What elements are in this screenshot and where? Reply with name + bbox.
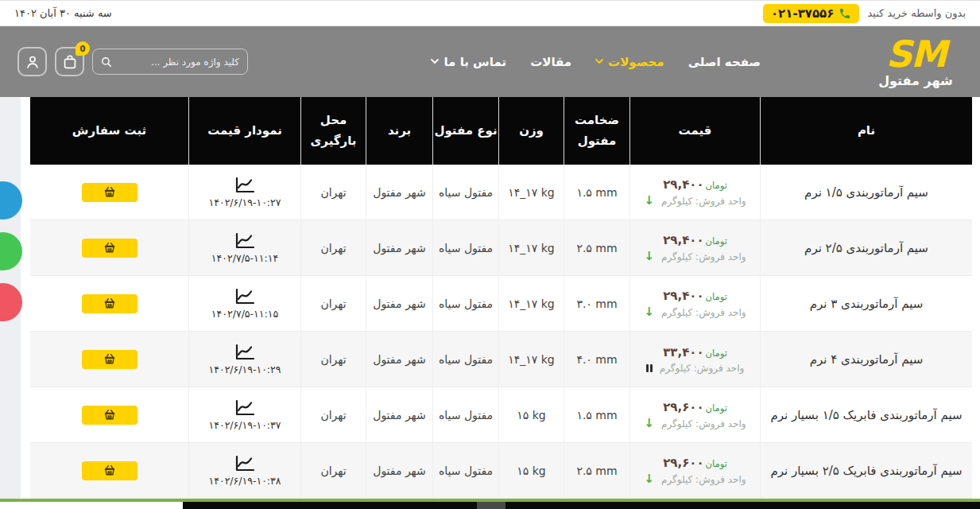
table-row: سیم آرماتوربندی فابریک ۲/۵ بسیار نرم ۲۹,… [30,443,972,499]
line-chart-icon [234,455,256,472]
currency-label: تومان [706,458,727,469]
col-header-chart: نمودار قیمت [188,97,300,165]
col-header-order: ثبت سفارش [30,97,188,165]
chart-update-date: ۱۴۰۲/۶/۱۹-۱۰:۲۹ [209,363,281,375]
price-chart-link[interactable]: ۱۴۰۲/۶/۱۹-۱۰:۲۹ [209,344,281,375]
user-icon [24,53,41,71]
chart-update-date: ۱۴۰۲/۷/۵-۱۱:۱۴ [211,252,278,264]
price-unchanged-icon [646,364,653,372]
basket-icon [103,353,116,365]
weight-cell: ۱۴_۱۷ kg [498,165,564,220]
wire-type-cell: مفتول سیاه [432,165,498,220]
nav-contact[interactable]: تماس با ما [431,55,506,69]
price-chart-link[interactable]: ۱۴۰۲/۷/۵-۱۱:۱۵ [211,288,278,320]
thickness-cell: ۲.۵ mm [564,443,629,498]
basket-icon [103,297,116,309]
table-row: سیم آرماتوربندی ۳ نرم ۲۹,۴۰۰ تومان واحد … [30,276,972,332]
wire-type-cell: مفتول سیاه [432,387,498,442]
price-chart-link[interactable]: ۱۴۰۲/۶/۱۹-۱۰:۳۸ [209,455,281,487]
search-icon[interactable] [99,55,114,69]
col-header-location: محل بارگیری [300,97,366,165]
product-name-link[interactable]: سیم آرماتوربندی ۲/۵ نرم [804,241,928,255]
nav-products[interactable]: محصولات [595,55,664,69]
product-name-link[interactable]: سیم آرماتوربندی ۴ نرم [810,352,924,367]
loading-location-cell: تهران [300,387,366,442]
loading-location-cell: تهران [300,276,366,331]
order-button[interactable] [82,461,138,480]
wire-type-cell: مفتول سیاه [432,332,498,387]
weight-cell: ۱۵ kg [498,443,564,498]
price-chart-link[interactable]: ۱۴۰۲/۶/۱۹-۱۰:۳۷ [209,399,281,431]
footer-light-segment [0,502,183,509]
thickness-cell: ۳.۰ mm [564,276,629,331]
phone-badge[interactable]: ۰۲۱-۳۷۵۵۶ [763,4,859,23]
table-row: سیم آرماتوربندی فابریک ۱/۵ بسیار نرم ۲۹,… [30,387,972,443]
order-button[interactable] [82,239,138,258]
search-input[interactable] [120,56,239,68]
weight-cell: ۱۴_۱۷ kg [498,276,564,331]
order-button[interactable] [82,183,138,202]
main-header: SM شهر مفتول صفحه اصلی محصولات مقالات تم… [0,26,980,97]
price-chart-link[interactable]: ۱۴۰۲/۷/۵-۱۱:۱۴ [211,232,278,264]
product-name-link[interactable]: سیم آرماتوربندی ۱/۵ نرم [804,185,928,200]
price-down-arrow-icon: ↓ [644,195,654,207]
promo-text: بدون واسطه خرید کنید [867,7,966,19]
product-name-link[interactable]: سیم آرماتوربندی فابریک ۲/۵ بسیار نرم [770,464,962,478]
line-chart-icon [234,288,256,305]
thickness-cell: ۱.۵ mm [564,165,629,220]
topbar: بدون واسطه خرید کنید ۰۲۱-۳۷۵۵۶ سه شنبه ۳… [0,0,980,26]
phone-number: ۰۲۱-۳۷۵۵۶ [771,6,834,21]
order-button[interactable] [82,406,138,425]
price-value: ۲۹,۶۰۰ [663,456,703,470]
chart-update-date: ۱۴۰۲/۶/۱۹-۱۰:۲۷ [209,196,281,208]
table-body: سیم آرماتوربندی ۱/۵ نرم ۲۹,۴۰۰ تومان واح… [30,165,972,499]
basket-icon [103,186,116,198]
table-header-row: نام قیمت ضخامت مفتول وزن نوع مفتول برند … [30,97,972,165]
price-chart-link[interactable]: ۱۴۰۲/۶/۱۹-۱۰:۲۷ [209,177,281,208]
col-header-thickness: ضخامت مفتول [564,97,629,165]
price-down-arrow-icon: ↓ [644,251,654,262]
line-chart-icon [234,232,256,250]
col-header-weight: وزن [498,97,564,165]
nav-articles-label: مقالات [530,55,571,69]
order-button[interactable] [82,294,138,313]
price-table: نام قیمت ضخامت مفتول وزن نوع مفتول برند … [30,97,972,499]
price-value: ۲۹,۴۰۰ [663,177,703,192]
currency-label: تومان [706,180,727,191]
price-cell: ۳۳,۴۰۰ تومان واحد فروش: کیلوگرم ↓ [629,332,760,387]
price-value: ۲۹,۴۰۰ [663,233,703,247]
search-box[interactable] [92,49,248,75]
product-name-link[interactable]: سیم آرماتوربندی فابریک ۱/۵ بسیار نرم [770,408,962,422]
user-account-button[interactable] [17,47,47,76]
wire-type-cell: مفتول سیاه [432,220,498,275]
date-label: سه شنبه ۳۰ آبان ۱۴۰۲ [14,7,112,19]
brand-cell: شهر مفتول [366,276,432,331]
price-cell: ۲۹,۶۰۰ تومان واحد فروش: کیلوگرم ↓ [629,443,760,498]
basket-icon [103,464,116,476]
loading-location-cell: تهران [300,165,366,220]
currency-label: تومان [706,235,727,247]
thickness-cell: ۴.۰ mm [564,332,629,387]
price-value: ۲۹,۶۰۰ [663,400,703,414]
price-cell: ۲۹,۶۰۰ تومان واحد فروش: کیلوگرم ↓ [629,387,760,442]
product-name-link[interactable]: سیم آرماتوربندی ۳ نرم [810,297,924,311]
sale-unit-label: واحد فروش: کیلوگرم [661,418,746,429]
currency-label: تومان [706,402,727,414]
sale-unit-label: واحد فروش: کیلوگرم [661,474,746,485]
weight-cell: ۱۴_۱۷ kg [498,332,564,387]
site-logo[interactable]: SM شهر مفتول [856,36,975,87]
header-tools: 0 [17,47,261,76]
table-row: سیم آرماتوربندی ۲/۵ نرم ۲۹,۴۰۰ تومان واح… [30,220,972,276]
chevron-down-icon [595,59,603,64]
order-button[interactable] [82,350,138,369]
phone-icon [839,7,851,20]
nav-products-label: محصولات [608,55,664,69]
table-row: سیم آرماتوربندی ۴ نرم ۳۳,۴۰۰ تومان واحد … [30,332,972,387]
chart-update-date: ۱۴۰۲/۶/۱۹-۱۰:۳۸ [209,475,281,487]
brand-cell: شهر مفتول [366,332,432,387]
nav-home[interactable]: صفحه اصلی [688,55,761,69]
logo-subtext: شهر مفتول [878,75,953,87]
nav-articles[interactable]: مقالات [530,55,571,69]
sale-unit-label: واحد فروش: کیلوگرم [660,363,745,374]
cart-button[interactable]: 0 [55,47,84,76]
